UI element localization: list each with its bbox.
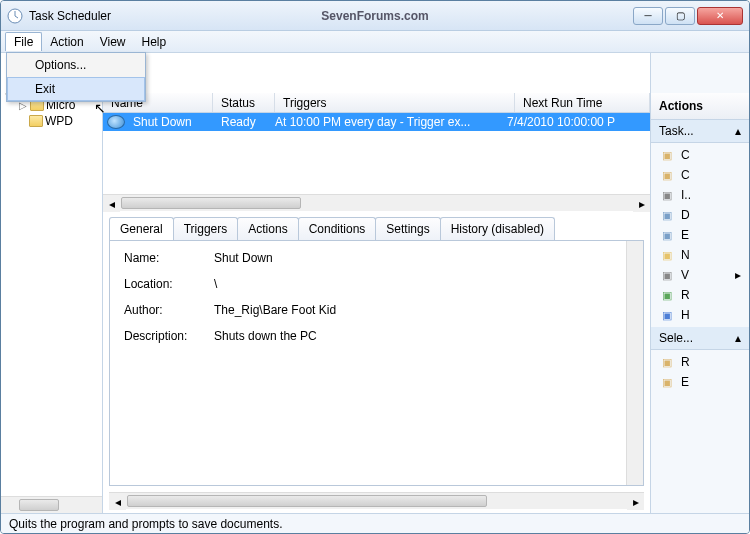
col-triggers[interactable]: Triggers	[275, 93, 515, 112]
menu-help[interactable]: Help	[134, 33, 175, 51]
titlebar: Task Scheduler SevenForums.com ─ ▢ ✕	[1, 1, 749, 31]
status-text: Quits the program and prompts to save do…	[9, 517, 282, 531]
window-title: Task Scheduler	[29, 9, 111, 23]
collapse-icon: ▴	[735, 124, 741, 138]
label-location: Location:	[124, 277, 214, 291]
collapse-icon: ▴	[735, 331, 741, 345]
action-icon: ▣	[659, 375, 675, 389]
statusbar: Quits the program and prompts to save do…	[1, 513, 749, 533]
value-author: The_Rig\Bare Foot Kid	[214, 303, 336, 317]
action-icon: ▣	[659, 228, 675, 242]
grid-header: Name Status Triggers Next Run Time	[103, 93, 650, 113]
minimize-button[interactable]: ─	[633, 7, 663, 25]
action-item[interactable]: ▣R	[651, 285, 749, 305]
value-name: Shut Down	[214, 251, 273, 265]
action-item[interactable]: ▣D	[651, 205, 749, 225]
maximize-button[interactable]: ▢	[665, 7, 695, 25]
menubar: File Action View Help	[1, 31, 749, 53]
detail-tabs: General Triggers Actions Conditions Sett…	[103, 211, 650, 240]
actions-pane: Actions Task...▴ ▣C▣C▣I..▣D▣E▣N▣V▸▣R▣H S…	[651, 53, 749, 513]
action-item[interactable]: ▣N	[651, 245, 749, 265]
value-location: \	[214, 277, 217, 291]
action-icon: ▣	[659, 168, 675, 182]
action-icon: ▣	[659, 288, 675, 302]
task-icon	[107, 115, 125, 129]
actions-title: Actions	[651, 93, 749, 120]
detail-scrollbar[interactable]	[626, 241, 643, 485]
close-button[interactable]: ✕	[697, 7, 743, 25]
label-description: Description:	[124, 329, 214, 343]
tree-scrollbar[interactable]	[1, 496, 102, 513]
task-row-selected[interactable]: Shut Down Ready At 10:00 PM every day - …	[103, 113, 650, 131]
action-item[interactable]: ▣E	[651, 225, 749, 245]
main-pane: Name Status Triggers Next Run Time Shut …	[103, 53, 651, 513]
action-icon: ▣	[659, 248, 675, 262]
action-item[interactable]: ▣V▸	[651, 265, 749, 285]
action-item[interactable]: ▣C	[651, 145, 749, 165]
watermark: SevenForums.com	[321, 9, 428, 23]
grid-body: ◂▸	[103, 131, 650, 211]
action-item[interactable]: ▣I..	[651, 185, 749, 205]
action-item[interactable]: ▣E	[651, 372, 749, 392]
value-description: Shuts down the PC	[214, 329, 317, 343]
label-author: Author:	[124, 303, 214, 317]
tab-panel-general: Name:Shut Down Location:\ Author:The_Rig…	[109, 240, 644, 486]
menu-file[interactable]: File	[5, 32, 42, 51]
action-icon: ▣	[659, 268, 675, 282]
detail-hscrollbar[interactable]: ◂▸	[109, 492, 644, 509]
grid-scrollbar[interactable]: ◂▸	[103, 194, 650, 211]
action-icon: ▣	[659, 148, 675, 162]
tab-actions[interactable]: Actions	[237, 217, 298, 240]
action-icon: ▣	[659, 355, 675, 369]
col-next[interactable]: Next Run Time	[515, 93, 650, 112]
action-item[interactable]: ▣H	[651, 305, 749, 325]
action-icon: ▣	[659, 188, 675, 202]
action-item[interactable]: ▣C	[651, 165, 749, 185]
label-name: Name:	[124, 251, 214, 265]
col-status[interactable]: Status	[213, 93, 275, 112]
action-icon: ▣	[659, 308, 675, 322]
menu-exit[interactable]: Exit	[7, 77, 145, 101]
file-dropdown: Options... Exit	[6, 52, 146, 102]
tab-triggers[interactable]: Triggers	[173, 217, 239, 240]
clock-icon	[7, 8, 23, 24]
tab-general[interactable]: General	[109, 217, 174, 240]
tab-history[interactable]: History (disabled)	[440, 217, 555, 240]
submenu-icon: ▸	[735, 268, 741, 282]
action-item[interactable]: ▣R	[651, 352, 749, 372]
menu-action[interactable]: Action	[42, 33, 91, 51]
actions-group-task[interactable]: Task...▴	[651, 120, 749, 143]
menu-options[interactable]: Options...	[7, 53, 145, 77]
tree-pane: ◢⏱Task Sch ▷Micro WPD	[1, 53, 103, 513]
cursor-icon: ↖	[94, 100, 106, 116]
folder-icon	[29, 115, 43, 127]
tab-conditions[interactable]: Conditions	[298, 217, 377, 240]
menu-view[interactable]: View	[92, 33, 134, 51]
tree-item-wpd[interactable]: WPD	[3, 113, 100, 129]
tab-settings[interactable]: Settings	[375, 217, 440, 240]
action-icon: ▣	[659, 208, 675, 222]
actions-group-selected[interactable]: Sele...▴	[651, 327, 749, 350]
